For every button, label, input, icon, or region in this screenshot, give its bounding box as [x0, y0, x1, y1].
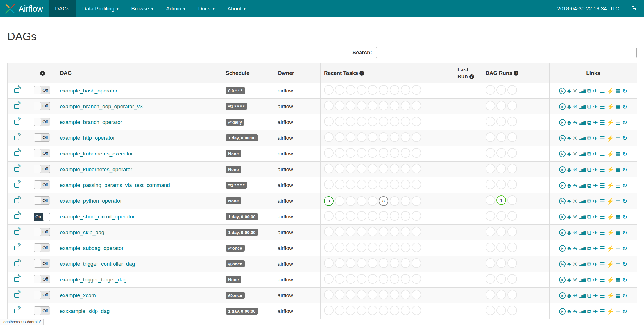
- task-state-circle[interactable]: [357, 211, 366, 221]
- dag-link[interactable]: example_python_operator: [60, 198, 122, 204]
- list-lines-icon[interactable]: ≣: [616, 245, 621, 251]
- list-lines-icon[interactable]: ≣: [616, 151, 621, 157]
- bar-chart-icon[interactable]: ▂▅▇: [579, 215, 586, 219]
- dag-run-circle[interactable]: [496, 227, 506, 236]
- dag-link[interactable]: example_http_operator: [60, 135, 115, 141]
- dag-pause-toggle[interactable]: Off: [34, 291, 50, 299]
- task-state-circle[interactable]: [368, 117, 377, 126]
- task-state-circle[interactable]: [335, 211, 344, 221]
- edit-dag-icon[interactable]: ✎: [14, 229, 21, 235]
- task-state-circle[interactable]: [335, 117, 344, 126]
- dag-run-circle[interactable]: [486, 180, 495, 189]
- task-state-circle[interactable]: [368, 211, 377, 221]
- dag-run-circle[interactable]: [486, 211, 495, 221]
- task-state-circle[interactable]: [324, 85, 334, 95]
- dag-run-circle[interactable]: [507, 195, 517, 205]
- bar-chart-icon[interactable]: ▂▅▇: [579, 137, 586, 140]
- dag-run-circle[interactable]: [496, 148, 506, 158]
- dag-link[interactable]: example_trigger_controller_dag: [60, 261, 135, 267]
- tree-icon[interactable]: ♣: [567, 182, 571, 188]
- list-lines-icon[interactable]: ≣: [616, 261, 621, 267]
- schedule-badge[interactable]: @once: [226, 245, 245, 252]
- bar-chart-icon[interactable]: ▂▅▇: [579, 247, 586, 250]
- dag-run-circle[interactable]: [486, 195, 495, 205]
- refresh-icon[interactable]: ↻: [622, 214, 627, 220]
- align-left-icon[interactable]: ☰: [600, 167, 605, 173]
- task-state-circle[interactable]: [412, 306, 421, 315]
- task-state-circle[interactable]: [412, 180, 421, 189]
- nav-item-admin[interactable]: Admin▾: [160, 0, 192, 17]
- dag-pause-toggle[interactable]: Off: [34, 259, 50, 268]
- dag-run-circle[interactable]: [507, 211, 517, 221]
- lightning-icon[interactable]: ⚡: [607, 198, 614, 204]
- task-state-circle[interactable]: [335, 180, 344, 189]
- task-state-circle[interactable]: [379, 243, 388, 252]
- refresh-icon[interactable]: ↻: [622, 151, 627, 157]
- task-state-circle[interactable]: [379, 85, 388, 95]
- task-state-circle[interactable]: [412, 148, 421, 158]
- dag-run-circle[interactable]: [486, 101, 495, 110]
- dag-pause-toggle[interactable]: Off: [34, 180, 50, 189]
- task-state-circle[interactable]: [401, 132, 410, 142]
- task-state-circle[interactable]: [346, 180, 355, 189]
- graph-starburst-icon[interactable]: ✳: [573, 182, 578, 188]
- task-state-circle[interactable]: [324, 258, 334, 268]
- task-state-circle[interactable]: [390, 132, 399, 142]
- task-state-circle[interactable]: [368, 196, 377, 206]
- task-state-circle[interactable]: [390, 148, 399, 158]
- books-icon[interactable]: ⧉: [587, 104, 591, 110]
- task-state-circle[interactable]: [390, 290, 399, 299]
- refresh-icon[interactable]: ↻: [622, 245, 627, 251]
- books-icon[interactable]: ⧉: [587, 261, 591, 267]
- plane-icon[interactable]: ✈: [593, 104, 598, 110]
- books-icon[interactable]: ⧉: [587, 293, 591, 299]
- edit-dag-icon[interactable]: ✎: [14, 150, 21, 156]
- tree-icon[interactable]: ♣: [567, 245, 571, 251]
- task-state-circle[interactable]: [379, 290, 388, 299]
- dag-run-circle[interactable]: [507, 117, 517, 126]
- task-state-circle[interactable]: [390, 180, 399, 189]
- task-state-circle[interactable]: [390, 274, 399, 284]
- task-state-circle[interactable]: [401, 211, 410, 221]
- schedule-badge[interactable]: None: [226, 150, 241, 157]
- bar-chart-icon[interactable]: ▂▅▇: [579, 89, 586, 93]
- refresh-icon[interactable]: ↻: [622, 261, 627, 267]
- task-state-circle[interactable]: [379, 258, 388, 268]
- dag-run-circle[interactable]: [496, 290, 506, 299]
- edit-dag-icon[interactable]: ✎: [14, 260, 21, 266]
- task-state-circle[interactable]: [412, 290, 421, 299]
- dag-run-circle[interactable]: [507, 164, 517, 173]
- nav-item-browse[interactable]: Browse▾: [125, 0, 160, 17]
- nav-item-docs[interactable]: Docs▾: [192, 0, 221, 17]
- tree-icon[interactable]: ♣: [567, 214, 571, 220]
- task-state-circle[interactable]: [357, 290, 366, 299]
- dag-run-circle[interactable]: [486, 227, 495, 236]
- task-state-circle[interactable]: [357, 85, 366, 95]
- graph-starburst-icon[interactable]: ✳: [573, 119, 578, 125]
- dag-run-circle[interactable]: [507, 274, 517, 284]
- play-circle-icon[interactable]: ▶: [559, 88, 566, 94]
- task-state-circle[interactable]: [368, 258, 377, 268]
- schedule-badge[interactable]: @once: [226, 292, 245, 299]
- task-state-circle[interactable]: [368, 180, 377, 189]
- schedule-badge[interactable]: 1 day, 0:00:00: [226, 213, 258, 220]
- task-state-circle[interactable]: [335, 132, 344, 142]
- task-state-circle[interactable]: [368, 85, 377, 95]
- dag-run-circle[interactable]: [507, 180, 517, 189]
- align-left-icon[interactable]: ☰: [600, 151, 605, 157]
- bar-chart-icon[interactable]: ▂▅▇: [579, 121, 586, 124]
- plane-icon[interactable]: ✈: [593, 198, 598, 204]
- dag-pause-toggle[interactable]: Off: [34, 102, 50, 110]
- list-lines-icon[interactable]: ≣: [616, 104, 621, 110]
- dag-run-circle[interactable]: [496, 306, 506, 315]
- align-left-icon[interactable]: ☰: [600, 119, 605, 125]
- dag-pause-toggle[interactable]: Off: [34, 228, 50, 236]
- task-state-circle[interactable]: [379, 180, 388, 189]
- dag-link[interactable]: example_skip_dag: [60, 229, 104, 235]
- lightning-icon[interactable]: ⚡: [607, 151, 614, 157]
- task-state-circle[interactable]: [379, 227, 388, 236]
- edit-dag-icon[interactable]: ✎: [14, 307, 21, 313]
- dag-run-circle[interactable]: [496, 117, 506, 126]
- plane-icon[interactable]: ✈: [593, 214, 598, 220]
- task-state-circle[interactable]: [390, 227, 399, 236]
